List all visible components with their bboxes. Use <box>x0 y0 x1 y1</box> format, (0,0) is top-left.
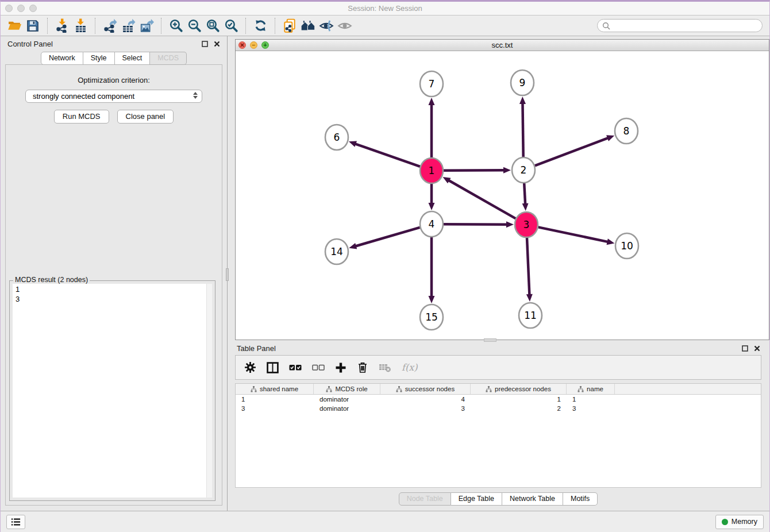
save-session-icon[interactable] <box>24 17 42 34</box>
result-scrollbar[interactable] <box>206 284 212 498</box>
graph-node-6[interactable]: 6 <box>325 125 348 150</box>
mcds-result-title: MCDS result (2 nodes) <box>13 276 90 284</box>
column-header-successor-nodes[interactable]: successor nodes <box>380 384 471 394</box>
network-canvas[interactable]: 1234678910111415 <box>236 51 769 340</box>
status-bar: Memory <box>1 511 769 532</box>
delete-table-icon[interactable] <box>379 363 391 373</box>
graph-node-10[interactable]: 10 <box>615 233 638 259</box>
show-all-icon[interactable] <box>336 17 354 34</box>
column-header-predecessor-nodes[interactable]: predecessor nodes <box>471 384 567 394</box>
refresh-icon[interactable] <box>251 17 270 34</box>
tab-style[interactable]: Style <box>83 52 115 65</box>
table-panel-header: Table Panel <box>235 340 769 355</box>
close-table-panel-icon[interactable] <box>754 345 760 352</box>
search-input[interactable] <box>613 21 757 30</box>
first-neighbors-icon[interactable] <box>299 17 317 34</box>
export-table-icon[interactable] <box>119 17 137 34</box>
zoom-in-icon[interactable] <box>167 17 185 34</box>
graph-node-9[interactable]: 9 <box>511 70 534 95</box>
node-label: 14 <box>330 246 343 257</box>
tab-edge-table[interactable]: Edge Table <box>451 492 502 506</box>
search-icon <box>602 22 610 30</box>
mcds-tab-content: Optimization criterion: strongly connect… <box>5 64 222 506</box>
column-header-shared-name[interactable]: shared name <box>236 384 314 394</box>
table-row[interactable]: 1dominator411 <box>236 395 761 404</box>
column-header-label: MCDS role <box>335 385 367 392</box>
optimization-criterion-select[interactable]: strongly connected component <box>25 90 202 103</box>
float-table-panel-icon[interactable] <box>742 345 748 352</box>
graph-node-11[interactable]: 11 <box>519 303 542 328</box>
graph-node-3[interactable]: 3 <box>515 212 538 237</box>
graph-node-14[interactable]: 14 <box>325 239 348 264</box>
column-header-MCDS-role[interactable]: MCDS role <box>314 384 380 394</box>
export-network-icon[interactable] <box>101 17 119 34</box>
create-column-plus-icon[interactable] <box>335 362 346 373</box>
edge-4-15[interactable] <box>429 237 435 303</box>
graph-node-15[interactable]: 15 <box>420 304 443 330</box>
edge-1-7[interactable] <box>429 98 435 157</box>
tab-mcds[interactable]: MCDS <box>150 52 187 65</box>
panel-splitter-handle[interactable] <box>226 268 229 281</box>
function-builder-icon[interactable]: f(x) <box>402 362 417 373</box>
memory-label: Memory <box>732 518 757 526</box>
table-cell: dominator <box>314 396 380 403</box>
delete-column-trash-icon[interactable] <box>357 361 368 373</box>
float-panel-icon[interactable] <box>202 41 208 47</box>
column-type-icon <box>251 386 257 392</box>
graph-node-1[interactable]: 1 <box>420 158 443 183</box>
toolbar-separator <box>275 18 275 34</box>
unselect-all-columns-icon[interactable] <box>312 364 325 372</box>
zoom-out-icon[interactable] <box>185 17 203 34</box>
control-panel-header: Control Panel <box>1 36 227 52</box>
tab-network[interactable]: Network <box>41 52 83 65</box>
mcds-result-text[interactable]: 1 3 <box>13 284 212 498</box>
close-panel-icon[interactable] <box>214 41 220 47</box>
network-view-titlebar: ✕ − + scc.txt <box>236 40 769 51</box>
edge-2-3[interactable] <box>522 183 529 211</box>
open-session-icon[interactable] <box>5 17 24 34</box>
search-field[interactable] <box>597 19 763 32</box>
application-window: Session: New Session <box>0 0 770 532</box>
zoom-fit-icon[interactable] <box>203 17 222 34</box>
graph-node-2[interactable]: 2 <box>512 157 535 183</box>
import-network-icon[interactable] <box>53 17 71 34</box>
memory-button[interactable]: Memory <box>715 515 764 529</box>
edge-3-1[interactable] <box>442 177 515 218</box>
select-all-columns-icon[interactable] <box>289 364 302 372</box>
tab-node-table[interactable]: Node Table <box>399 492 451 506</box>
tab-network-table[interactable]: Network Table <box>502 492 563 506</box>
column-header-name[interactable]: name <box>567 384 615 394</box>
tab-select[interactable]: Select <box>115 52 151 65</box>
export-image-icon[interactable] <box>137 17 156 34</box>
edge-1-4[interactable] <box>429 184 435 210</box>
edge-3-10[interactable] <box>538 227 615 245</box>
table-cell: 4 <box>380 396 471 403</box>
graph-node-8[interactable]: 8 <box>615 118 638 144</box>
node-label: 9 <box>519 77 526 88</box>
table-settings-gear-icon[interactable] <box>244 361 256 373</box>
horizontal-splitter-handle[interactable] <box>484 338 496 342</box>
task-history-button[interactable] <box>6 515 25 529</box>
close-panel-button[interactable]: Close panel <box>117 110 174 124</box>
hide-selected-icon[interactable] <box>317 17 336 34</box>
clone-network-icon[interactable] <box>280 17 299 34</box>
zoom-selected-icon[interactable] <box>222 17 240 34</box>
edge-4-3[interactable] <box>444 221 514 228</box>
edge-4-14[interactable] <box>349 228 419 249</box>
graph-node-4[interactable]: 4 <box>420 211 443 237</box>
graph-node-7[interactable]: 7 <box>420 71 443 97</box>
edge-2-9[interactable] <box>519 97 526 157</box>
edge-3-11[interactable] <box>526 238 533 302</box>
table-row[interactable]: 3dominator323 <box>236 404 761 413</box>
run-mcds-button[interactable]: Run MCDS <box>54 110 109 124</box>
import-table-icon[interactable] <box>71 17 90 34</box>
split-table-icon[interactable] <box>267 362 279 373</box>
select-chevrons-icon <box>193 92 198 99</box>
edge-1-2[interactable] <box>444 167 511 174</box>
tab-motifs[interactable]: Motifs <box>563 492 598 506</box>
table-cell: 1 <box>567 396 615 403</box>
table-cell: 3 <box>380 405 471 412</box>
edge-1-6[interactable] <box>349 141 420 166</box>
edge-2-8[interactable] <box>535 135 614 165</box>
main-area: Control Panel NetworkStyleSelectMCDS Opt… <box>1 36 769 511</box>
